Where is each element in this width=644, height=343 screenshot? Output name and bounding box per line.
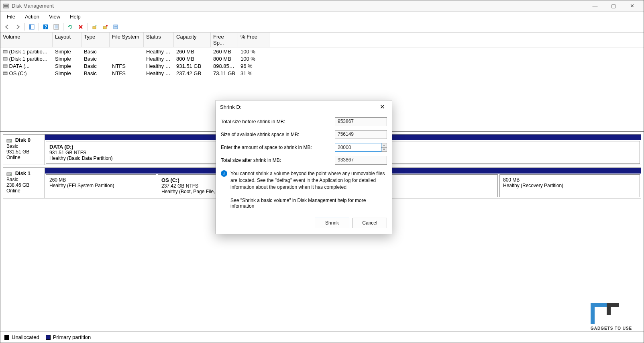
legend-unallocated: Unallocated	[4, 334, 39, 340]
cancel-button[interactable]: Cancel	[353, 218, 387, 228]
partition-title: DATA (D:)	[49, 144, 73, 150]
back-button[interactable]	[3, 22, 12, 31]
field-total-before: 953867	[335, 117, 387, 126]
svg-text:GADGETS TO USE: GADGETS TO USE	[591, 326, 632, 331]
svg-point-23	[10, 141, 11, 142]
field-available: 756149	[335, 130, 387, 139]
swatch-primary	[46, 335, 51, 340]
svg-rect-0	[3, 4, 9, 8]
shrink-dialog: Shrink D: ✕ Total size before shrink in …	[216, 100, 392, 234]
disk1-name: Disk 1	[15, 170, 31, 176]
label-total-before: Total size before shrink in MB:	[221, 119, 335, 125]
legend-primary: Primary partition	[46, 334, 91, 340]
settings-button[interactable]	[52, 22, 61, 31]
svg-rect-1	[4, 5, 8, 6]
titlebar: Disk Management — ▢ ✕	[0, 0, 644, 12]
menubar: File Action View Help	[0, 12, 644, 21]
volume-icon	[3, 71, 8, 77]
menu-help[interactable]: Help	[66, 13, 85, 20]
table-row[interactable]: (Disk 1 partition 1)SimpleBasicHealthy (…	[0, 48, 644, 55]
svg-rect-2	[4, 6, 8, 7]
svg-rect-21	[3, 72, 7, 73]
action2-button[interactable]	[101, 22, 110, 31]
table-row[interactable]: OS (C:)SimpleBasicNTFSHealthy (B...237.4…	[0, 70, 644, 77]
col-capacity[interactable]: Capacity	[174, 33, 211, 47]
disk-label-0[interactable]: Disk 0 Basic 931.51 GB Online	[3, 135, 45, 165]
dialog-title-text: Shrink D:	[220, 104, 241, 110]
disk-icon	[6, 171, 12, 177]
maximize-button[interactable]: ▢	[604, 0, 623, 12]
disk-mgmt-icon	[3, 3, 9, 9]
svg-text:?: ?	[45, 24, 47, 29]
svg-point-11	[106, 25, 108, 27]
info-icon: i	[221, 170, 227, 177]
spinner-up-icon[interactable]: ▲	[381, 143, 387, 148]
table-row[interactable]: (Disk 1 partition 4)SimpleBasicHealthy (…	[0, 55, 644, 63]
svg-rect-8	[55, 25, 58, 29]
volume-icon	[3, 63, 8, 69]
col-volume[interactable]: Volume	[0, 33, 53, 47]
window-title: Disk Management	[12, 3, 586, 9]
info-text: You cannot shrink a volume beyond the po…	[230, 170, 387, 190]
svg-point-25	[10, 174, 11, 175]
list-header: Volume Layout Type File System Status Ca…	[0, 33, 644, 47]
list-body: (Disk 1 partition 1)SimpleBasicHealthy (…	[0, 47, 644, 78]
close-button[interactable]: ✕	[623, 0, 641, 12]
label-total-after: Total size after shrink in MB:	[221, 157, 335, 163]
disk0-type: Basic	[6, 143, 41, 149]
dialog-close-button[interactable]: ✕	[377, 103, 388, 110]
legend: Unallocated Primary partition	[0, 331, 644, 343]
dialog-titlebar[interactable]: Shrink D: ✕	[216, 100, 392, 113]
disk0-size: 931.51 GB	[6, 149, 41, 155]
svg-rect-10	[103, 27, 106, 29]
disk1-size: 238.46 GB	[6, 182, 41, 188]
svg-rect-13	[114, 26, 117, 27]
svg-rect-19	[3, 65, 7, 65]
col-type[interactable]: Type	[82, 33, 110, 47]
forward-button[interactable]	[13, 22, 22, 31]
watermark-logo: GADGETS TO USE	[591, 303, 639, 331]
col-pct[interactable]: % Free	[238, 33, 269, 47]
disk-label-1[interactable]: Disk 1 Basic 238.46 GB Online	[3, 168, 45, 198]
menu-action[interactable]: Action	[21, 13, 43, 20]
help-text: See "Shrink a basic volume" in Disk Mana…	[221, 192, 387, 212]
disk-icon	[6, 138, 12, 143]
refresh-button[interactable]	[66, 22, 75, 31]
volume-icon	[3, 49, 8, 55]
partition-line2: Healthy (EFI System Partition)	[49, 183, 153, 188]
spinner[interactable]: ▲▼	[381, 143, 387, 152]
properties-button[interactable]	[111, 22, 120, 31]
field-shrink-amount[interactable]	[335, 143, 381, 152]
menu-file[interactable]: File	[3, 13, 19, 20]
show-hide-button[interactable]	[27, 22, 36, 31]
disk1-partition-2[interactable]: 800 MB Healthy (Recovery Partition)	[499, 174, 640, 197]
disk1-partition-0[interactable]: 260 MB Healthy (EFI System Partition)	[46, 174, 156, 197]
label-available: Size of available shrink space in MB:	[221, 132, 335, 137]
label-enter-amount: Enter the amount of space to shrink in M…	[221, 145, 335, 150]
col-free[interactable]: Free Sp...	[211, 33, 238, 47]
spinner-down-icon[interactable]: ▼	[381, 148, 387, 152]
partition-line2: Healthy (Recovery Partition)	[503, 183, 636, 188]
table-row[interactable]: DATA (...SimpleBasicNTFSHealthy (B...931…	[0, 63, 644, 70]
disk1-type: Basic	[6, 177, 41, 182]
menu-view[interactable]: View	[45, 13, 64, 20]
disk0-status: Online	[6, 155, 41, 160]
disk0-name: Disk 0	[15, 137, 31, 143]
delete-button[interactable]	[76, 22, 85, 31]
svg-rect-4	[29, 24, 31, 29]
svg-rect-12	[114, 25, 118, 29]
shrink-button[interactable]: Shrink	[315, 218, 349, 228]
minimize-button[interactable]: —	[586, 0, 604, 12]
svg-rect-29	[611, 307, 623, 319]
partition-title: OS (C:)	[161, 177, 179, 183]
svg-rect-9	[93, 27, 96, 29]
action1-button[interactable]	[90, 22, 99, 31]
volume-icon	[3, 56, 8, 62]
help-button[interactable]: ?	[41, 22, 50, 31]
col-status[interactable]: Status	[144, 33, 174, 47]
col-fs[interactable]: File System	[110, 33, 144, 47]
disk1-status: Online	[6, 188, 41, 194]
svg-rect-15	[3, 50, 7, 51]
partition-line1: 260 MB	[49, 177, 153, 183]
col-layout[interactable]: Layout	[53, 33, 82, 47]
